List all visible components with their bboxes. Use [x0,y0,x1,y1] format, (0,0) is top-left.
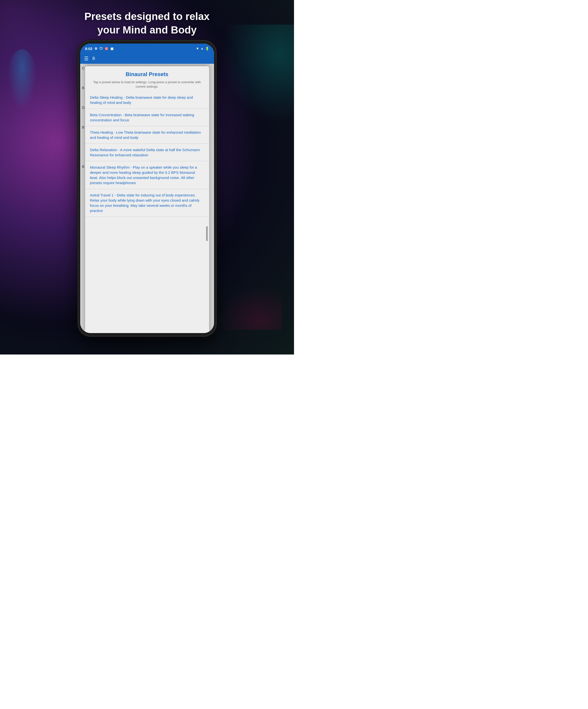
preset-item-2[interactable]: Theta Healing - Low Theta brainwave stat… [85,126,209,144]
bg-lamp-left [7,49,37,111]
status-left: 8:02 ⚙ 🛡 🎯 ▣ [85,47,113,51]
headline: Presets designed to relax your Mind and … [0,5,294,42]
sdcard-icon: ▣ [110,47,113,50]
phone-frame: 8:02 ⚙ 🛡 🎯 ▣ ▼ ▲ 🔋 ☰ B C B D [78,41,216,336]
headline-line2: your Mind and Body [5,23,289,37]
status-bar: 8:02 ⚙ 🛡 🎯 ▣ ▼ ▲ 🔋 [80,44,214,53]
time-display: 8:02 [85,47,92,51]
preset-item-5[interactable]: Astral Travel 1 - Delta state for induci… [85,189,209,217]
dialog-title: Binaural Presets [90,71,204,78]
preset-item-4[interactable]: Monaural Sleep Rhythm - Play on a speake… [85,161,209,189]
preset-text-0: Delta Sleep Healing - Delta brainwave st… [90,95,204,105]
preset-text-3: Delta Relaxation - A more wakeful Delta … [90,147,204,158]
signal-icon: ▲ [201,47,204,50]
dialog-header: Binaural Presets Tap a preset below to l… [85,66,209,91]
dialog-subtitle: Tap a preset below to load its settings.… [90,80,204,89]
preset-text-2: Theta Healing - Low Theta brainwave stat… [90,130,204,140]
dialog-list[interactable]: Delta Sleep Healing - Delta brainwave st… [85,91,209,333]
at-icon: 🎯 [105,47,109,50]
phone-screen: 8:02 ⚙ 🛡 🎯 ▣ ▼ ▲ 🔋 ☰ B C B D [80,44,214,333]
gear-icon: ⚙ [94,47,97,50]
wifi-icon: ▼ [196,47,199,50]
app-header: ☰ B [80,53,214,64]
headline-line1: Presets designed to relax [5,10,289,23]
preset-text-4: Monaural Sleep Rhythm - Play on a speake… [90,165,204,185]
preset-item-1[interactable]: Beta Concentration - Beta brainwave stat… [85,109,209,126]
status-right: ▼ ▲ 🔋 [196,47,209,50]
preset-item-0[interactable]: Delta Sleep Healing - Delta brainwave st… [85,91,209,109]
scroll-indicator [206,226,208,241]
preset-item-3[interactable]: Delta Relaxation - A more wakeful Delta … [85,144,209,161]
dialog-overlay: C B D B B Binaural Presets Tap a preset … [80,64,214,333]
menu-icon[interactable]: ☰ [84,56,89,61]
bg-pink-glow [208,281,282,330]
shield-icon: 🛡 [100,47,103,50]
preset-text-5: Astral Travel 1 - Delta state for induci… [90,192,204,213]
battery-icon: 🔋 [205,47,209,50]
app-header-title: B [92,56,95,61]
modal-dialog: Binaural Presets Tap a preset below to l… [85,66,209,333]
preset-text-1: Beta Concentration - Beta brainwave stat… [90,112,204,123]
